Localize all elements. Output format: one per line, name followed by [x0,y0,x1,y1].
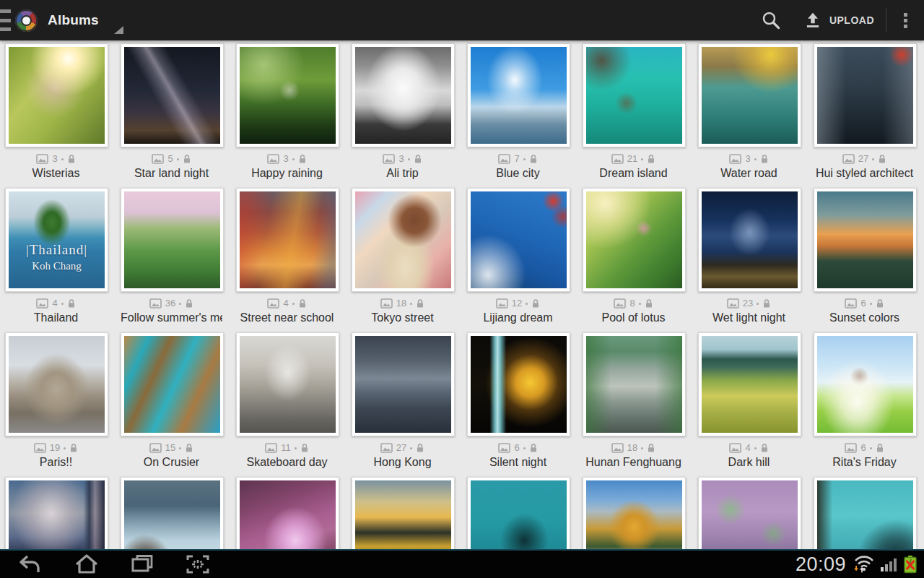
overflow-menu-button[interactable] [886,0,924,40]
album-card [352,332,455,436]
album-item[interactable]: 36 Follow summer's mel... [121,188,222,332]
album-item[interactable]: 5 Star land night [121,43,222,188]
album-item[interactable] [583,477,684,549]
photo-count-icon [845,298,857,309]
lock-icon [760,154,769,164]
album-item[interactable]: 6 Sunset colors [814,188,915,332]
photo-count-icon [149,443,162,453]
album-count: 36 [165,298,175,309]
album-item[interactable]: 3 Happy raining [236,43,338,188]
home-button[interactable] [74,553,100,575]
album-item[interactable] [814,477,915,549]
app-logo[interactable] [15,9,38,32]
album-count: 4 [745,442,750,454]
album-item[interactable]: 12 Lijiang dream [467,188,569,332]
search-button[interactable] [750,0,792,40]
album-thumb [124,47,220,144]
album-meta: 3 [236,153,338,165]
lock-icon [876,443,884,453]
album-name: Wet light night [698,311,800,324]
dot-separator [292,158,295,160]
album-name: Dark hill [698,456,800,469]
album-item[interactable]: |Thailand|Koh Chang 4 Thailand [5,188,107,332]
album-count: 18 [396,298,406,309]
album-item[interactable]: 4 Street near school [236,188,338,332]
lock-icon [531,298,540,309]
album-item[interactable] [352,477,453,549]
album-count: 3 [745,153,750,165]
album-item[interactable]: 27 Hui styled architect [814,43,915,188]
album-item[interactable] [121,477,222,549]
album-thumb [586,47,682,144]
photo-count-icon [265,443,277,453]
photo-count-icon [36,154,48,164]
recents-button[interactable] [130,553,154,575]
album-card [236,332,339,436]
album-thumb: |Thailand|Koh Chang [9,191,105,288]
album-card [236,43,339,147]
album-card [352,43,455,147]
album-item[interactable]: 15 On Crusier [121,332,222,477]
album-item[interactable]: 3 Ali trip [352,43,453,188]
album-item[interactable]: 18 Hunan Fenghuang [583,332,684,477]
photo-count-icon [842,154,855,164]
album-item[interactable]: 3 Water road [698,43,800,188]
album-thumb [817,336,913,433]
album-item[interactable] [467,477,569,549]
album-count: 15 [165,442,175,454]
album-card [814,43,917,147]
album-thumb [124,336,220,433]
album-card [467,188,570,292]
album-thumb [355,480,451,549]
album-item[interactable]: 6 Silent night [467,332,569,477]
upload-label: UPLOAD [829,14,874,26]
album-thumb [240,336,336,433]
photo-count-icon [152,154,164,164]
album-thumb [471,191,567,288]
album-item[interactable]: 27 Hong Kong [352,332,453,477]
album-meta: 4 [5,298,107,309]
menu-icon[interactable] [0,7,11,34]
album-item[interactable]: 3 Wisterias [5,43,107,188]
dot-separator [64,447,66,449]
album-item[interactable]: 21 Dream island [583,43,684,188]
search-icon [760,9,782,31]
capture-button[interactable] [185,553,211,575]
album-item[interactable]: 23 Wet light night [698,188,800,332]
lock-icon [185,298,193,309]
album-item[interactable] [698,477,800,549]
recents-icon [130,553,154,575]
album-meta: 27 [352,442,453,454]
lock-icon [67,154,76,164]
album-item[interactable]: 18 Tokyo street [352,188,453,332]
album-item[interactable]: 11 Skateboard day [236,332,338,477]
album-item[interactable]: 7 Blue city [467,43,569,188]
album-thumb [471,480,567,549]
lock-icon [414,154,422,164]
dropdown-caret-icon[interactable] [114,26,123,34]
album-count: 7 [514,153,519,165]
album-item[interactable]: 8 Pool of lotus [583,188,684,332]
album-card [121,332,224,436]
album-item[interactable] [236,477,338,549]
back-button[interactable] [16,553,43,575]
dot-separator [61,303,64,305]
album-item[interactable]: 19 Paris!! [5,332,107,477]
album-name: Follow summer's mel... [121,311,222,324]
album-name: Paris!! [5,456,107,469]
album-item[interactable] [5,477,107,549]
album-thumb [471,47,567,144]
album-name: Pool of lotus [583,311,684,324]
lock-icon [762,298,771,309]
album-card [583,477,686,549]
album-thumb [9,336,105,433]
photo-count-icon [727,298,739,309]
album-item[interactable]: 4 Dark hill [698,332,800,477]
upload-button[interactable]: UPLOAD [792,0,886,40]
lock-icon [185,443,193,453]
album-card [814,477,917,549]
page-title[interactable]: Albums [48,12,99,28]
album-item[interactable]: 6 Rita's Friday [814,332,915,477]
lock-icon [183,154,191,164]
album-meta: 3 [352,153,453,165]
